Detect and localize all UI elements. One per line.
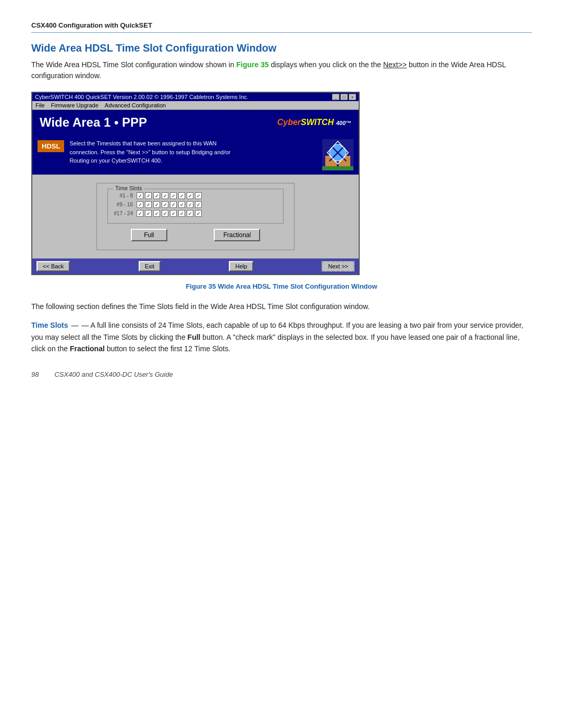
page-header-title: CSX400 Configuration with QuickSET [31, 21, 152, 29]
ts-checkbox-1-6[interactable] [178, 192, 185, 199]
title-bar: CyberSWITCH 400 QuickSET Version 2.00.02… [32, 93, 359, 101]
intro-text-2: displays when you click on the [271, 60, 369, 69]
timeslot-row-1: #1 - 8 [113, 192, 278, 199]
menu-firmware[interactable]: Firmware Upgrade [51, 102, 99, 108]
ts-checkbox-3-5[interactable] [170, 210, 177, 217]
hdsl-badge: HDSL [38, 140, 64, 152]
ts-checkbox-2-4[interactable] [162, 201, 168, 208]
app-header: Wide Area 1 • PPP CyberSWITCH 400™ [32, 110, 359, 135]
network-icon [322, 139, 353, 170]
section-heading: Wide Area HDSL Time Slot Configuration W… [31, 42, 532, 54]
ts-checkbox-1-3[interactable] [153, 192, 160, 199]
intro-text-1: The Wide Area HDSL Time Slot configurati… [31, 60, 234, 69]
ts-checkbox-3-8[interactable] [195, 210, 202, 217]
desc-line1: Select the Timeslots that have been assi… [69, 139, 317, 148]
ts-checkbox-2-2[interactable] [145, 201, 152, 208]
app-title: Wide Area 1 • PPP [40, 115, 147, 130]
full-term: Full [188, 333, 201, 341]
timeslots-area: Time Slots #1 - 8 #9 - 16 [96, 183, 295, 250]
logo-switch: SWITCH [301, 118, 334, 127]
title-bar-text: CyberSWITCH 400 QuickSET Version 2.00.02… [35, 94, 249, 100]
main-panel: Time Slots #1 - 8 #9 - 16 [32, 175, 359, 258]
row-label-1: #1 - 8 [113, 193, 133, 199]
ts-checkbox-1-2[interactable] [145, 192, 152, 199]
ts-checkbox-1-1[interactable] [137, 192, 143, 199]
row-label-2: #9 - 16 [113, 202, 133, 207]
ts-checkbox-3-1[interactable] [137, 210, 143, 217]
ts-checkbox-2-3[interactable] [153, 201, 160, 208]
page-number: 98 [31, 371, 39, 378]
ts-checkbox-2-5[interactable] [170, 201, 177, 208]
back-button[interactable]: << Back [36, 261, 70, 272]
timeslot-row-3: #17 - 24 [113, 210, 278, 217]
full-button[interactable]: Full [131, 229, 167, 241]
body-paragraph-1: The following section defines the Time S… [31, 301, 532, 312]
ts-checkbox-3-4[interactable] [162, 210, 168, 217]
title-bar-buttons: _ □ × [332, 94, 356, 100]
app-content-area: HDSL Select the Timeslots that have been… [32, 135, 359, 175]
ts-checkbox-2-6[interactable] [178, 201, 185, 208]
maximize-button[interactable]: □ [340, 94, 348, 100]
desc-line3: Routing on your CyberSWITCH 400. [69, 156, 317, 165]
page-footer: 98 CSX400 and CSX400-DC User's Guide [31, 371, 532, 378]
ts-checkbox-3-3[interactable] [153, 210, 160, 217]
ts-checkbox-1-5[interactable] [170, 192, 177, 199]
screenshot-wrapper: CyberSWITCH 400 QuickSET Version 2.00.02… [31, 92, 360, 275]
menu-bar: File Firmware Upgrade Advanced Configura… [32, 101, 359, 110]
bottom-nav: << Back Exit Help Next >> [32, 258, 359, 274]
figure-caption: Figure 35 Wide Area HDSL Time Slot Confi… [31, 282, 532, 290]
logo-model: 400™ [336, 120, 351, 126]
em-dash: — [71, 321, 80, 329]
timeslots-group: Time Slots #1 - 8 #9 - 16 [107, 189, 284, 224]
close-button[interactable]: × [349, 94, 356, 100]
ts-checkbox-2-7[interactable] [187, 201, 193, 208]
buttons-row: Full Fractional [107, 229, 284, 241]
ts-checkbox-1-7[interactable] [187, 192, 193, 199]
help-button[interactable]: Help [229, 261, 253, 272]
body-paragraph-2: Time Slots — — A full line consists of 2… [31, 319, 532, 354]
ts-checkbox-3-6[interactable] [178, 210, 185, 217]
ts-checkbox-1-8[interactable] [195, 192, 202, 199]
app-description: Select the Timeslots that have been assi… [69, 139, 317, 165]
fractional-button[interactable]: Fractional [214, 229, 260, 241]
next-btn-ref: Next>> [383, 60, 407, 69]
fractional-term: Fractional [70, 344, 105, 353]
ts-checkbox-2-8[interactable] [195, 201, 202, 208]
next-button[interactable]: Next >> [322, 261, 354, 272]
exit-button[interactable]: Exit [139, 261, 161, 272]
page-header: CSX400 Configuration with QuickSET [31, 21, 532, 33]
row-label-3: #17 - 24 [113, 211, 133, 216]
logo-cyber: Cyber [277, 118, 301, 127]
body-text-4: button to select the first 12 Time Slots… [107, 344, 230, 353]
menu-advanced[interactable]: Advanced Configuration [105, 102, 166, 108]
intro-paragraph: The Wide Area HDSL Time Slot configurati… [31, 59, 532, 81]
ts-checkbox-3-7[interactable] [187, 210, 193, 217]
desc-line2: connection. Press the "Next >>" button t… [69, 148, 317, 157]
figure-ref: Figure 35 [236, 60, 268, 69]
menu-file[interactable]: File [35, 102, 45, 108]
footer-title: CSX400 and CSX400-DC User's Guide [54, 371, 173, 378]
ts-checkbox-2-1[interactable] [137, 201, 143, 208]
timeslots-legend: Time Slots [113, 185, 144, 191]
ts-checkbox-3-2[interactable] [145, 210, 152, 217]
cyberswitch-logo: CyberSWITCH 400™ [277, 118, 351, 127]
timeslot-row-2: #9 - 16 [113, 201, 278, 208]
svg-rect-7 [322, 166, 353, 170]
time-slots-term: Time Slots [31, 321, 68, 329]
ts-checkbox-1-4[interactable] [162, 192, 168, 199]
minimize-button[interactable]: _ [332, 94, 339, 100]
